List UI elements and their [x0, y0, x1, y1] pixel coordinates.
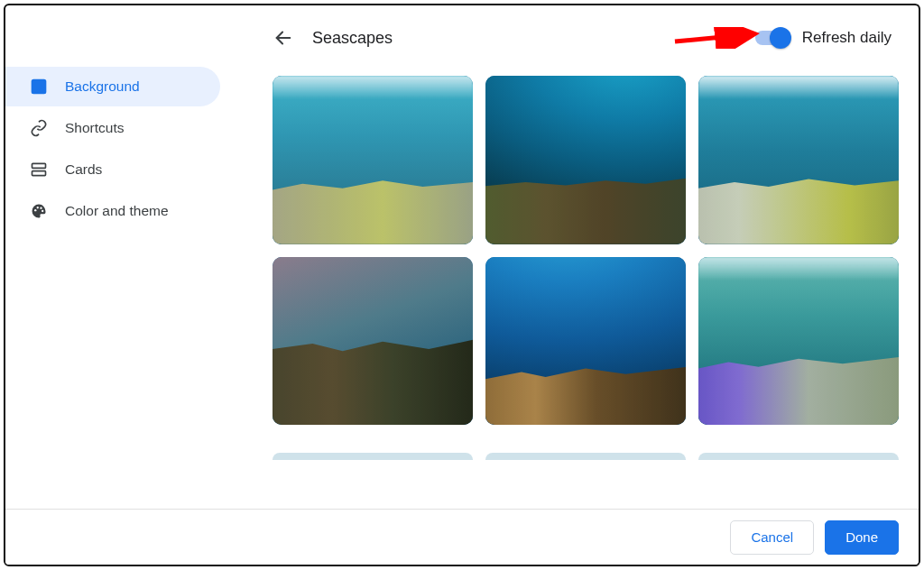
sidebar-item-background[interactable]: Background: [5, 67, 220, 106]
svg-rect-2: [32, 163, 46, 168]
sidebar-item-label: Color and theme: [65, 203, 169, 219]
refresh-daily-toggle[interactable]: [755, 31, 790, 45]
back-button[interactable]: [271, 25, 296, 51]
svg-rect-3: [32, 171, 46, 176]
cards-icon: [29, 160, 49, 179]
svg-point-7: [42, 210, 43, 212]
svg-point-5: [37, 207, 39, 208]
background-thumbnail[interactable]: [273, 257, 473, 426]
link-icon: [29, 118, 49, 138]
sidebar-item-label: Background: [65, 78, 140, 95]
sidebar-item-label: Cards: [65, 161, 102, 178]
refresh-daily-control: Refresh daily: [755, 29, 892, 47]
done-button[interactable]: Done: [825, 520, 899, 555]
image-icon: [29, 77, 49, 97]
sidebar: Background Shortcuts Cards: [5, 67, 226, 231]
sidebar-item-color-theme[interactable]: Color and theme: [5, 191, 220, 231]
background-thumbnail[interactable]: [485, 257, 686, 426]
background-thumbnail[interactable]: [485, 76, 686, 244]
svg-point-4: [34, 209, 36, 211]
background-thumbnail[interactable]: [698, 257, 899, 426]
sidebar-item-cards[interactable]: Cards: [5, 150, 220, 189]
palette-icon: [29, 201, 49, 221]
background-thumbnail[interactable]: [273, 76, 473, 244]
svg-point-6: [40, 207, 42, 209]
toggle-knob: [770, 27, 791, 49]
svg-point-1: [35, 83, 38, 86]
page-title: Seascapes: [312, 29, 393, 48]
dialog-footer: Cancel Done: [5, 509, 919, 565]
cancel-button[interactable]: Cancel: [730, 520, 814, 555]
sidebar-item-shortcuts[interactable]: Shortcuts: [5, 108, 220, 148]
sidebar-item-label: Shortcuts: [65, 120, 124, 136]
refresh-daily-label: Refresh daily: [802, 29, 892, 47]
background-grid: [273, 76, 899, 425]
arrow-left-icon: [273, 28, 293, 48]
dialog-frame: Background Shortcuts Cards: [4, 4, 920, 566]
grid-row-peek: [273, 453, 899, 460]
header: Seascapes Refresh daily: [271, 18, 897, 58]
background-thumbnail[interactable]: [698, 76, 899, 244]
